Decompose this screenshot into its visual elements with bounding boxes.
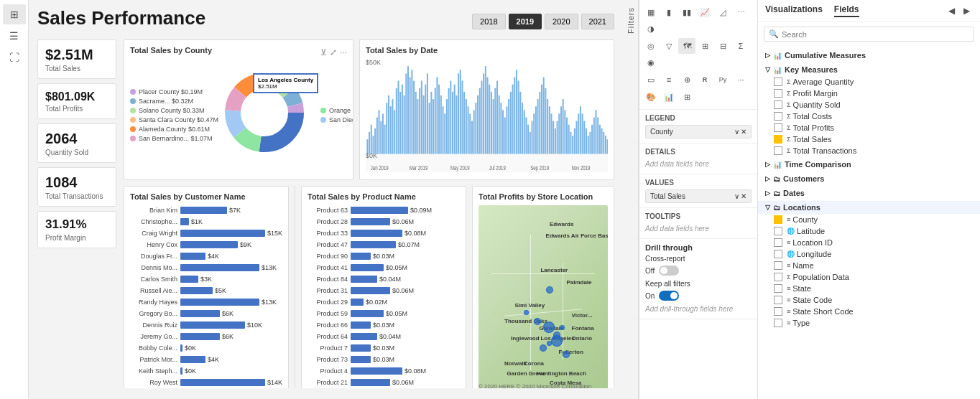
field-location-id-cb[interactable] [774, 238, 782, 247]
panel-nav-back[interactable]: ◀ [946, 4, 958, 17]
legend-field-x[interactable]: ✕ [741, 128, 746, 136]
field-total-costs[interactable]: Σ Total Costs [758, 111, 980, 122]
field-type[interactable]: ≡ Type [758, 317, 980, 329]
field-population-cb[interactable] [774, 273, 782, 281]
field-state-code-cb[interactable] [774, 296, 782, 304]
field-latitude-cb[interactable] [774, 227, 782, 235]
donut-expand-btn[interactable]: ⤢ [330, 47, 337, 57]
field-average-quantity-cb[interactable] [774, 78, 782, 86]
field-total-costs-cb[interactable] [774, 112, 782, 121]
svg-rect-110 [557, 121, 558, 154]
field-total-transactions-cb[interactable] [774, 146, 782, 155]
legend-field-chevron[interactable]: ∨ [734, 128, 739, 136]
fields-search-box[interactable]: 🔍 [764, 27, 974, 42]
viz-analytics[interactable]: 📊 [660, 89, 678, 105]
grid-icon[interactable]: ⊞ [3, 4, 26, 24]
field-latitude[interactable]: 🌐 Latitude [758, 225, 980, 237]
viz-bar-chart[interactable]: ▮ [660, 4, 678, 20]
field-total-sales[interactable]: Σ Total Sales [758, 133, 980, 145]
donut-svg[interactable]: Los Angeles County $2.51M [221, 70, 315, 163]
viz-pie[interactable]: ◑ [642, 21, 660, 37]
field-name[interactable]: ≡ Name [758, 260, 980, 271]
cross-report-toggle[interactable] [659, 266, 679, 276]
tooltips-placeholder[interactable]: Add data fields here [645, 223, 752, 234]
field-name-cb[interactable] [774, 261, 782, 270]
bookmark-icon[interactable]: ⛶ [3, 47, 26, 67]
viz-map[interactable]: 🗺 [678, 38, 695, 54]
viz-format[interactable]: 🎨 [642, 89, 660, 105]
year-2021[interactable]: 2021 [581, 14, 614, 29]
field-longitude[interactable]: 🌐 Longitude [758, 248, 980, 260]
viz-matrix[interactable]: ⊟ [714, 38, 731, 54]
viz-gauge[interactable]: ◉ [642, 55, 660, 70]
field-county[interactable]: ≡ County [758, 214, 980, 225]
drill-through-placeholder[interactable]: Add drill-through fields here [645, 304, 752, 314]
field-state[interactable]: ≡ State [758, 283, 980, 294]
values-field[interactable]: Total Sales ∨ ✕ [645, 189, 752, 203]
filters-tab[interactable]: Filters [623, 0, 639, 399]
map-chart-card[interactable]: Total Profits by Store Location Edwards … [472, 186, 614, 388]
field-group-locations-header[interactable]: ▽ 🗂 Locations [758, 201, 980, 214]
customer-chart-card[interactable]: Total Sales by Customer Name Brian Kim$7… [124, 186, 289, 388]
viz-slicer[interactable]: ⊕ [678, 72, 695, 88]
year-2020[interactable]: 2020 [545, 14, 578, 29]
donut-chart-card[interactable]: Total Sales by County ⊻ ⤢ ··· Placer Cou… [124, 39, 353, 180]
viz-py[interactable]: Py [714, 72, 731, 88]
tab-fields[interactable]: Fields [834, 4, 859, 17]
field-group-cumulative-header[interactable]: ▷ 📊 Cumulative Measures [758, 49, 980, 62]
field-state-cb[interactable] [774, 284, 782, 293]
svg-rect-127 [589, 132, 591, 154]
viz-fields-icon[interactable]: ⊞ [678, 89, 695, 105]
panel-nav-forward[interactable]: ▶ [961, 4, 973, 17]
values-field-chevron[interactable]: ∨ [734, 192, 739, 200]
field-group-customers-header[interactable]: ▷ 🗂 Customers [758, 172, 980, 185]
field-type-cb[interactable] [774, 319, 782, 327]
viz-bar-chart-2[interactable]: ▮▮ [678, 4, 695, 20]
field-group-dates-header[interactable]: ▷ 🗂 Dates [758, 187, 980, 200]
viz-card[interactable]: ▭ [642, 72, 660, 88]
field-quantity-sold[interactable]: Σ Quantity Sold [758, 99, 980, 111]
product-chart-card[interactable]: Total Sales by Product Name Product 63$0… [301, 186, 466, 388]
field-state-short-code-cb[interactable] [774, 307, 782, 316]
field-average-quantity[interactable]: Σ Average Quantity [758, 76, 980, 88]
field-group-key-measures-header[interactable]: ▽ 📊 Key Measures [758, 63, 980, 76]
details-placeholder[interactable]: Add data fields here [645, 159, 752, 169]
tab-visualizations[interactable]: Visualizations [765, 4, 823, 17]
table-icon[interactable]: ☰ [3, 26, 26, 46]
donut-filter-btn[interactable]: ⊻ [320, 47, 327, 57]
viz-funnel[interactable]: ▽ [660, 38, 678, 54]
values-field-x[interactable]: ✕ [741, 192, 746, 200]
viz-donut[interactable]: ◎ [642, 38, 660, 54]
keep-filters-toggle[interactable] [659, 291, 679, 301]
viz-table[interactable]: ⊞ [696, 38, 713, 54]
fields-search-input[interactable] [782, 30, 969, 39]
viz-scatter[interactable]: ⋯ [732, 4, 749, 20]
svg-rect-102 [541, 85, 542, 154]
field-state-code[interactable]: ≡ State Code [758, 294, 980, 306]
year-2019[interactable]: 2019 [509, 14, 542, 29]
viz-stacked-bar[interactable]: ▦ [642, 4, 660, 20]
field-total-profits[interactable]: Σ Total Profits [758, 122, 980, 133]
field-population-data[interactable]: Σ Population Data [758, 271, 980, 283]
field-location-id[interactable]: ≡ Location ID [758, 237, 980, 248]
field-total-profits-cb[interactable] [774, 123, 782, 132]
year-2018[interactable]: 2018 [472, 14, 505, 29]
field-longitude-cb[interactable] [774, 250, 782, 258]
viz-r[interactable]: R [696, 72, 713, 88]
field-profit-margin[interactable]: Σ Profit Margin [758, 88, 980, 99]
viz-area[interactable]: ◿ [714, 4, 731, 20]
field-profit-margin-cb[interactable] [774, 89, 782, 98]
field-total-transactions[interactable]: Σ Total Transactions [758, 145, 980, 156]
viz-more[interactable]: ··· [732, 72, 749, 88]
field-quantity-sold-cb[interactable] [774, 100, 782, 109]
field-state-short-code[interactable]: ≡ State Short Code [758, 306, 980, 317]
field-group-time-header[interactable]: ▷ 📊 Time Comparison [758, 158, 980, 171]
line-chart-card[interactable]: Total Sales by Date $50K $0K [359, 39, 614, 180]
viz-kpi[interactable]: Σ [732, 38, 749, 54]
viz-line[interactable]: 📈 [696, 4, 713, 20]
field-total-sales-cb[interactable] [774, 135, 782, 144]
field-county-cb[interactable] [774, 215, 782, 224]
donut-more-btn[interactable]: ··· [340, 47, 347, 57]
viz-multirow[interactable]: ≡ [660, 72, 678, 88]
legend-field[interactable]: County ∨ ✕ [645, 125, 752, 139]
